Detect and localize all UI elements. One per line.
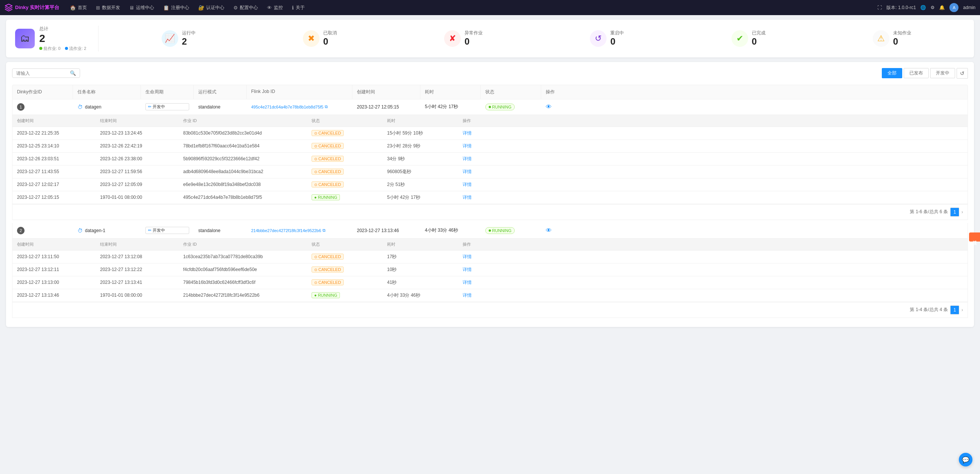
job-1-created: 2023-12-27 12:05:15 <box>352 101 420 113</box>
sub-1-3-created: 2023-12-26 23:03:51 <box>13 153 95 164</box>
nav-globe-icon[interactable]: 🌐 <box>920 5 926 10</box>
view-job-2-button[interactable]: 👁 <box>546 227 552 234</box>
canceled-circle-icon: ⊙ <box>314 131 317 135</box>
nav-item-registry[interactable]: 📋 注册中心 <box>159 0 194 15</box>
job-2-page-1[interactable]: 1 <box>950 305 959 314</box>
job-1-lifecycle-text: 开发中 <box>153 104 165 110</box>
refresh-button[interactable]: ↺ <box>956 68 968 79</box>
th-flink-job-id: Flink Job ID <box>247 85 352 99</box>
job-2-page-next[interactable]: › <box>961 307 963 313</box>
stream-count: 2 <box>84 46 86 51</box>
job-2-action: 👁 <box>541 223 571 238</box>
job-1-page-next[interactable]: › <box>961 209 963 215</box>
sub-1-6-ended: 1970-01-01 08:00:00 <box>95 192 179 203</box>
view-job-1-button[interactable]: 👁 <box>546 104 552 110</box>
job-1-flink-id-text: 495c4e271dc64a4b7e78b8b1eb8d75f5 <box>251 105 323 109</box>
nav-item-config[interactable]: ⚙ 配置中心 <box>229 0 262 15</box>
sub-1-4-ended: 2023-12-27 11:59:56 <box>95 166 179 177</box>
sub-2-3-ended: 2023-12-27 13:13:41 <box>95 277 179 288</box>
stream-label: 流作业: <box>69 46 83 51</box>
sub-th-created-2: 创建时间 <box>13 238 95 250</box>
detail-link-1-3[interactable]: 详情 <box>463 156 472 161</box>
nav-item-monitor[interactable]: 👁 监控 <box>262 0 287 15</box>
job-1-page-1[interactable]: 1 <box>950 207 959 217</box>
nav-logo[interactable]: Dinky 实时计算平台 <box>5 3 59 12</box>
stats-batch: 批作业: 0 <box>39 46 60 51</box>
nav-settings-icon[interactable]: ⚙ <box>931 5 935 10</box>
tab-all[interactable]: 全部 <box>882 68 902 78</box>
nav-item-home[interactable]: 🏠 首页 <box>65 0 91 15</box>
detail-link-1-6[interactable]: 详情 <box>463 195 472 200</box>
stream-dot <box>65 47 68 50</box>
sub-1-6-status: ●RUNNING <box>307 191 383 203</box>
nav-version: 版本: 1.0.0-rc1 <box>886 5 916 11</box>
stat-error-count: 0 <box>465 36 483 47</box>
sub-1-2-job-id: 78bd1efb8f167f60aacc64e1ba51e584 <box>179 140 307 152</box>
detail-link-2-4[interactable]: 详情 <box>463 292 472 298</box>
job-1-flink-id: 495c4e271dc64a4b7e78b8b1eb8d75f5 ⧉ <box>247 101 352 113</box>
detail-link-2-1[interactable]: 详情 <box>463 254 472 259</box>
sub-2-1-status: ⊙CANCELED <box>307 251 383 263</box>
detail-link-1-1[interactable]: 详情 <box>463 131 472 136</box>
sub-2-2-status: ⊙CANCELED <box>307 263 383 276</box>
sub-1-3-duration: 34分 9秒 <box>383 153 458 165</box>
job-2-name: ⏱ datagen-1 <box>73 224 141 237</box>
nav-item-data-dev[interactable]: ⊞ 数据开发 <box>91 0 125 15</box>
sub-row-1-3: 2023-12-26 23:03:51 2023-12-26 23:38:00 … <box>13 153 967 166</box>
nav-fullscreen-icon[interactable]: ⛶ <box>877 5 882 10</box>
nav-avatar[interactable]: A <box>950 3 958 12</box>
sub-th-ended-2: 结束时间 <box>95 238 179 250</box>
copy-icon-2[interactable]: ⧉ <box>323 228 326 233</box>
job-2-flink-id-text: 214bbbe27dec4272f18fc3f14e9522b6 <box>251 228 321 233</box>
navigation: Dinky 实时计算平台 🏠 首页 ⊞ 数据开发 🖥 运维中心 📋 注册中心 🔐… <box>0 0 980 15</box>
sub-th-duration-2: 耗时 <box>383 238 458 250</box>
nav-item-ops[interactable]: 🖥 运维中心 <box>125 0 159 15</box>
sub-1-2-created: 2023-12-25 23:14:10 <box>13 140 95 152</box>
sub-1-6-created: 2023-12-27 12:05:15 <box>13 192 95 203</box>
sub-1-5-job-id: e6e9e48e13c260b8f19a348bef2dc038 <box>179 179 307 190</box>
sub-2-4-ended: 1970-01-01 08:00:00 <box>95 290 179 301</box>
running-icon: 📈 <box>162 30 178 47</box>
job-2-page-info: 第 1-4 条/总共 4 条 <box>910 306 948 313</box>
copy-icon-1[interactable]: ⧉ <box>325 104 328 109</box>
job-1-lifecycle-icon: ⏱ <box>77 104 83 110</box>
sub-1-3-action: 详情 <box>458 153 488 165</box>
detail-link-2-2[interactable]: 详情 <box>463 267 472 272</box>
search-icon: 🔍 <box>70 70 76 76</box>
sub-2-3-action: 详情 <box>458 276 488 289</box>
nav-username: admin <box>963 5 975 10</box>
toolbar-right: 全部 已发布 开发中 ↺ <box>882 68 968 79</box>
job-2-id: 2 <box>13 223 73 238</box>
search-input[interactable] <box>16 71 68 76</box>
detail-link-1-4[interactable]: 详情 <box>463 169 472 174</box>
detail-link-1-5[interactable]: 详情 <box>463 182 472 187</box>
nav-bell-icon[interactable]: 🔔 <box>939 5 945 10</box>
nav-item-auth[interactable]: 🔐 认证中心 <box>194 0 229 15</box>
job-1-action: 👁 <box>541 100 571 114</box>
search-box[interactable]: 🔍 <box>12 69 80 78</box>
sub-th-created-1: 创建时间 <box>13 115 95 127</box>
detail-link-2-3[interactable]: 详情 <box>463 280 472 285</box>
stat-restart-count: 0 <box>610 36 624 47</box>
data-dev-icon: ⊞ <box>96 5 100 11</box>
sub-1-4-created: 2023-12-27 11:43:55 <box>13 166 95 177</box>
sub-1-3-status: ⊙CANCELED <box>307 153 383 165</box>
stats-stream: 流作业: 2 <box>65 46 86 51</box>
tab-published[interactable]: 已发布 <box>904 68 929 78</box>
detail-link-1-2[interactable]: 详情 <box>463 143 472 148</box>
sub-row-2-2: 2023-12-27 13:12:11 2023-12-27 13:12:22 … <box>13 263 967 276</box>
stats-main: 🗂 总计 2 批作业: 0 流作业: 2 <box>15 26 99 51</box>
stat-unknown-count: 0 <box>893 36 911 47</box>
tab-dev[interactable]: 开发中 <box>930 68 955 78</box>
sub-1-3-job-id: 5b90896f592029cc5f3223666e12df42 <box>179 153 307 164</box>
job-1-num-circle: 1 <box>17 103 25 111</box>
sub-2-4-job-id: 214bbbe27dec4272f18fc3f14e9522b6 <box>179 290 307 301</box>
ops-icon: 🖥 <box>129 5 134 11</box>
nav-logo-text: Dinky 实时计算平台 <box>15 4 59 11</box>
sub-1-6-action: 详情 <box>458 191 488 204</box>
sub-1-5-created: 2023-12-27 12:02:17 <box>13 179 95 190</box>
feedback-button[interactable]: 反馈 <box>969 233 980 241</box>
batch-dot <box>39 47 42 50</box>
nav-item-about[interactable]: ℹ 关于 <box>287 0 309 15</box>
job-2-lifecycle: ✏ 开发中 <box>141 223 194 238</box>
